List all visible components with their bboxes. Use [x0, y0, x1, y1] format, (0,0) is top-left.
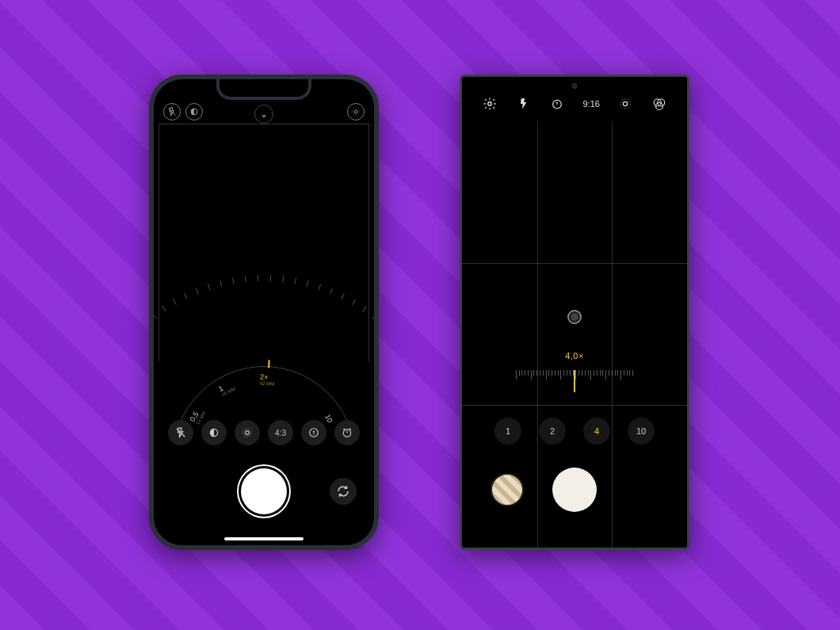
zoom-ruler-tick — [543, 370, 544, 376]
zoom-ruler-tick — [570, 370, 571, 376]
android-top-toolbar: 9:16 — [462, 96, 687, 112]
zoom-ruler-tick — [519, 370, 520, 376]
zoom-ruler[interactable] — [507, 370, 642, 388]
zoom-ruler-tick — [629, 370, 630, 376]
zoom-ruler-tick — [516, 370, 517, 380]
svg-point-2 — [354, 110, 357, 113]
zoom-ruler-tick — [546, 370, 547, 380]
exposure-tool-button[interactable] — [301, 420, 326, 445]
expand-controls-chevron-icon[interactable]: ⌄ — [254, 105, 273, 124]
iphone-notch — [216, 79, 311, 100]
zoom-ruler-tick — [588, 370, 589, 376]
home-indicator[interactable] — [224, 537, 304, 540]
zoom-ruler-tick — [600, 370, 601, 376]
motion-photo-icon[interactable] — [617, 96, 633, 112]
svg-point-18 — [620, 99, 630, 109]
zoom-ruler-tick — [563, 370, 564, 376]
zoom-arc-tick — [258, 275, 258, 281]
timer-icon[interactable] — [549, 96, 565, 112]
svg-point-12 — [343, 430, 350, 437]
night-tool-button[interactable] — [201, 420, 227, 445]
zoom-ruler-tick — [582, 370, 582, 376]
camera-toolrow: 4:3 — [154, 420, 374, 445]
zoom-preset-10[interactable]: 10 — [628, 418, 655, 445]
flash-off-icon[interactable] — [163, 103, 181, 120]
switch-camera-button[interactable] — [330, 478, 357, 505]
gallery-thumbnail-button[interactable] — [491, 473, 524, 506]
iphone-device-frame: ⌄ 4:3 — [149, 74, 379, 550]
svg-point-7 — [243, 429, 252, 437]
zoom-ruler-tick — [575, 370, 576, 380]
zoom-preset-4[interactable]: 4 — [583, 418, 610, 445]
night-mode-icon[interactable] — [185, 103, 203, 120]
zoom-ruler-tick — [525, 370, 525, 376]
shutter-button[interactable] — [241, 468, 287, 514]
android-shutter-button[interactable] — [552, 468, 597, 512]
zoom-ruler-tick — [560, 370, 561, 380]
zoom-ruler-tick — [612, 370, 613, 376]
android-shutter-row — [462, 462, 687, 517]
svg-point-15 — [553, 100, 562, 109]
zoom-ruler-tick — [624, 370, 624, 376]
zoom-arc-tick — [372, 314, 374, 319]
zoom-ruler-tick — [602, 370, 603, 376]
zoom-ruler-tick — [597, 370, 598, 376]
android-device-frame: 9:16 4,0× 12410 — [460, 74, 689, 550]
svg-point-17 — [624, 101, 628, 105]
shutter-row — [154, 460, 374, 523]
zoom-ruler-tick — [605, 370, 606, 380]
zoom-ruler-tick — [548, 370, 549, 376]
zoom-ruler-tick — [578, 370, 579, 376]
zoom-ruler-tick — [617, 370, 618, 376]
svg-point-6 — [246, 431, 250, 435]
zoom-arc-tick — [154, 313, 156, 319]
settings-icon[interactable] — [482, 96, 498, 112]
svg-point-3 — [353, 109, 360, 116]
svg-point-14 — [488, 102, 492, 106]
zoom-ruler-tick — [615, 370, 616, 376]
flash-icon[interactable] — [516, 96, 532, 112]
live-photo-icon[interactable] — [347, 103, 365, 120]
aspect-ratio-label[interactable]: 9:16 — [582, 96, 599, 112]
zoom-value-label: 4,0× — [565, 351, 584, 361]
zoom-preset-1[interactable]: 1 — [494, 418, 521, 445]
live-tool-button[interactable] — [235, 420, 260, 445]
filters-icon[interactable] — [651, 96, 667, 112]
zoom-ruler-tick — [590, 370, 591, 380]
zoom-ruler-tick — [521, 370, 522, 376]
zoom-ruler-tick — [536, 370, 537, 376]
zoom-ruler-tick — [540, 370, 540, 376]
zoom-ruler-tick — [609, 370, 609, 376]
zoom-preset-2[interactable]: 2 — [539, 418, 566, 445]
zoom-arc-stop[interactable]: 2×52 MM — [260, 373, 275, 387]
zoom-ruler-tick — [528, 370, 529, 376]
zoom-ruler-tick — [558, 370, 559, 376]
aspect-ratio-button[interactable]: 4:3 — [268, 420, 293, 445]
zoom-ruler-tick — [627, 370, 628, 376]
zoom-ruler-needle — [574, 370, 575, 392]
zoom-presets: 12410 — [462, 418, 687, 445]
zoom-ruler-tick — [632, 370, 633, 376]
zoom-ruler-tick — [533, 370, 534, 376]
zoom-ruler-tick — [567, 370, 567, 376]
zoom-ruler-tick — [555, 370, 556, 376]
focus-indicator-icon — [567, 310, 582, 324]
timer-tool-button[interactable] — [334, 420, 360, 445]
android-punch-hole — [572, 83, 578, 89]
zoom-ruler-tick — [620, 370, 621, 380]
iphone-camera-screen: ⌄ 4:3 — [154, 79, 374, 545]
zoom-ruler-tick — [552, 370, 552, 376]
flash-tool-button[interactable] — [168, 420, 193, 445]
zoom-ruler-tick — [594, 370, 594, 376]
viewfinder-frame — [158, 124, 369, 361]
zoom-ruler-tick — [585, 370, 586, 376]
zoom-ruler-tick — [531, 370, 532, 380]
